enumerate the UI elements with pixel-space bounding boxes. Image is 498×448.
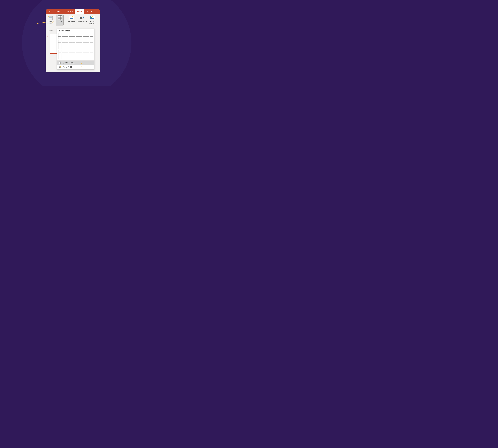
table-grid-cell[interactable] [69, 46, 72, 49]
table-grid-cell[interactable] [90, 56, 93, 59]
table-grid-cell[interactable] [76, 36, 79, 39]
table-grid-cell[interactable] [86, 56, 89, 59]
table-grid-cell[interactable] [90, 36, 93, 39]
table-grid-cell[interactable] [58, 56, 62, 59]
table-grid-cell[interactable] [90, 40, 93, 43]
table-grid-cell[interactable] [62, 43, 65, 46]
table-grid-cell[interactable] [79, 49, 82, 52]
table-grid-cell[interactable] [76, 40, 79, 43]
table-grid-cell[interactable] [79, 46, 82, 49]
table-grid-cell[interactable] [86, 53, 89, 56]
table-grid-cell[interactable] [76, 56, 79, 59]
table-grid-cell[interactable] [69, 36, 72, 39]
table-grid-cell[interactable] [65, 49, 68, 52]
new-slide-button[interactable]: New Slide ⌄ [46, 15, 54, 26]
table-grid-cell[interactable] [72, 33, 75, 36]
table-grid-cell[interactable] [65, 46, 68, 49]
screenshot-button[interactable]: Screenshot ⌄ [76, 15, 87, 26]
table-grid-cell[interactable] [79, 53, 82, 56]
insert-table-label: Insert Table... [63, 62, 75, 64]
svg-rect-22 [59, 62, 61, 62]
table-grid-cell[interactable] [86, 43, 89, 46]
tab-home[interactable]: Home [53, 9, 63, 14]
table-grid-cell[interactable] [76, 46, 79, 49]
table-grid-cell[interactable] [79, 33, 82, 36]
new-slide-label: New Slide ⌄ [47, 20, 53, 25]
photo-album-button[interactable]: Photo Album ⌄ [88, 15, 97, 26]
table-grid-cell[interactable] [72, 56, 75, 59]
table-grid-cell[interactable] [69, 56, 72, 59]
table-grid-cell[interactable] [62, 40, 65, 43]
table-grid-cell[interactable] [83, 43, 86, 46]
table-grid-cell[interactable] [62, 49, 65, 52]
tab-new-tab[interactable]: New Tab [63, 9, 75, 14]
table-grid-cell[interactable] [79, 36, 82, 39]
table-size-grid[interactable] [57, 32, 94, 60]
table-grid-cell[interactable] [65, 36, 68, 39]
table-grid-cell[interactable] [58, 36, 62, 39]
tab-design[interactable]: Design [84, 9, 94, 14]
table-grid-cell[interactable] [58, 40, 62, 43]
table-grid-cell[interactable] [90, 43, 93, 46]
table-grid-cell[interactable] [90, 49, 93, 52]
table-grid-cell[interactable] [90, 33, 93, 36]
table-grid-cell[interactable] [62, 36, 65, 39]
table-grid-cell[interactable] [72, 53, 75, 56]
insert-table-menu-item[interactable]: Insert Table... [57, 60, 94, 65]
tab-file[interactable]: File [46, 9, 53, 14]
table-grid-cell[interactable] [62, 46, 65, 49]
table-grid-cell[interactable] [79, 40, 82, 43]
table-grid-cell[interactable] [86, 40, 89, 43]
table-grid-cell[interactable] [58, 43, 62, 46]
table-grid-cell[interactable] [72, 36, 75, 39]
table-grid-cell[interactable] [86, 49, 89, 52]
table-grid-cell[interactable] [65, 33, 68, 36]
table-grid-cell[interactable] [83, 46, 86, 49]
table-grid-cell[interactable] [65, 43, 68, 46]
group-label-slides: Slides [46, 30, 55, 32]
table-grid-cell[interactable] [79, 43, 82, 46]
table-grid-cell[interactable] [69, 43, 72, 46]
table-grid-cell[interactable] [90, 46, 93, 49]
table-grid-cell[interactable] [58, 53, 62, 56]
table-grid-cell[interactable] [65, 40, 68, 43]
table-grid-cell[interactable] [58, 49, 62, 52]
ribbon-tab-strip: File Home New Tab Insert Design [46, 9, 100, 14]
table-grid-cell[interactable] [62, 53, 65, 56]
table-grid-cell[interactable] [65, 53, 68, 56]
table-grid-cell[interactable] [90, 53, 93, 56]
table-grid-cell[interactable] [76, 53, 79, 56]
table-grid-cell[interactable] [65, 56, 68, 59]
table-grid-cell[interactable] [72, 43, 75, 46]
table-grid-cell[interactable] [86, 46, 89, 49]
table-grid-cell[interactable] [69, 33, 72, 36]
table-grid-cell[interactable] [72, 40, 75, 43]
svg-rect-3 [49, 18, 52, 19]
table-grid-cell[interactable] [69, 49, 72, 52]
table-grid-cell[interactable] [62, 33, 65, 36]
table-grid-cell[interactable] [83, 36, 86, 39]
table-grid-cell[interactable] [58, 33, 62, 36]
table-grid-cell[interactable] [69, 53, 72, 56]
table-grid-cell[interactable] [76, 33, 79, 36]
table-grid-cell[interactable] [83, 56, 86, 59]
table-grid-cell[interactable] [83, 53, 86, 56]
chevron-down-icon: ⌄ [59, 23, 60, 25]
table-grid-cell[interactable] [62, 56, 65, 59]
pictures-button[interactable]: Pictures ⌄ [67, 15, 76, 26]
table-grid-cell[interactable] [83, 49, 86, 52]
table-grid-cell[interactable] [69, 40, 72, 43]
table-grid-cell[interactable] [72, 49, 75, 52]
table-grid-cell[interactable] [72, 46, 75, 49]
table-grid-cell[interactable] [79, 56, 82, 59]
table-grid-cell[interactable] [86, 36, 89, 39]
draw-table-menu-item[interactable]: Draw Table [57, 65, 94, 69]
table-grid-cell[interactable] [58, 46, 62, 49]
table-grid-cell[interactable] [86, 33, 89, 36]
table-grid-cell[interactable] [83, 40, 86, 43]
table-grid-cell[interactable] [83, 33, 86, 36]
tab-insert[interactable]: Insert [75, 9, 84, 14]
table-grid-cell[interactable] [76, 49, 79, 52]
table-button[interactable]: Table ⌄ [56, 15, 64, 26]
table-grid-cell[interactable] [76, 43, 79, 46]
